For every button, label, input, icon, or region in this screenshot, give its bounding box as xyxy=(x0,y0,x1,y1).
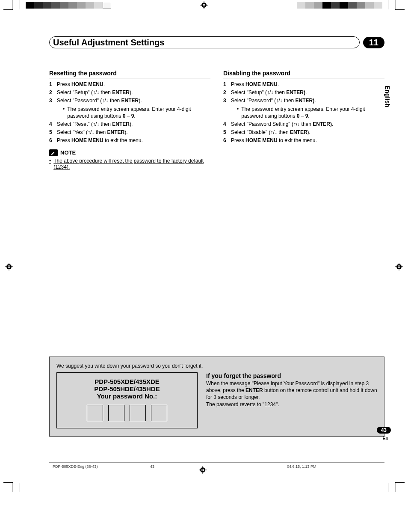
password-digit-box xyxy=(151,405,167,421)
page-number-badge: 43 xyxy=(377,427,391,434)
password-digit-box xyxy=(108,405,124,421)
step-number: 1 xyxy=(49,81,57,88)
step-item: 6Press HOME MENU to exit the menu. xyxy=(49,137,210,144)
step-item: 4Select "Password Setting" (↑/↓ then ENT… xyxy=(223,121,384,128)
forgot-text-1: When the message "Please Input Your Pass… xyxy=(206,380,377,401)
step-number: 4 xyxy=(223,121,231,128)
step-number: 2 xyxy=(49,89,57,96)
password-digit-box xyxy=(130,405,146,421)
forgot-heading: If you forget the password xyxy=(206,372,377,379)
footer-doc-id: PDP-505XDE-Eng (38-43) xyxy=(49,464,150,469)
note-label: NOTE xyxy=(60,149,76,156)
note-header: NOTE xyxy=(49,149,210,156)
step-item: 4Select "Reset" (↑/↓ then ENTER). xyxy=(49,121,210,128)
step-number: 5 xyxy=(223,129,231,136)
step-item: 1Press HOME MENU. xyxy=(49,81,210,88)
step-number: 2 xyxy=(223,89,231,96)
section-heading-reset: Resetting the password xyxy=(49,70,210,78)
footer-line: PDP-505XDE-Eng (38-43) 43 04.6.15, 1:13 … xyxy=(49,462,384,469)
chapter-number-badge: 11 xyxy=(363,37,384,48)
step-item: 3Select "Password" (↑/↓ then ENTER). xyxy=(49,97,210,104)
page-lang-sub: En xyxy=(383,436,388,441)
registration-mark-bottom xyxy=(199,466,207,474)
registration-mark-top xyxy=(200,1,208,9)
step-item: 2Select "Setup" (↑/↓ then ENTER). xyxy=(223,89,384,96)
right-column: Disabling the password 1Press HOME MENU.… xyxy=(223,70,384,352)
model-line-2: PDP-505HDE/435HDE xyxy=(63,385,191,392)
step-text: Select "Password" (↑/↓ then ENTER). xyxy=(231,97,384,104)
password-memo-box: We suggest you write down your password … xyxy=(49,357,384,437)
color-bar-left xyxy=(26,2,111,9)
step-item: 1Press HOME MENU. xyxy=(223,81,384,88)
step-number: 1 xyxy=(223,81,231,88)
step-text: Select "Setup" (↑/↓ then ENTER). xyxy=(231,89,384,96)
step-text: Select "Disable" (↑/↓ then ENTER). xyxy=(231,129,384,136)
step-number: 4 xyxy=(49,121,57,128)
step-item: 5Select "Yes" (↑/↓ then ENTER). xyxy=(49,129,210,136)
step-sub-bullet: The password entry screen appears. Enter… xyxy=(237,106,384,119)
section-heading-disable: Disabling the password xyxy=(223,70,384,78)
chapter-title: Useful Adjustment Settings xyxy=(53,38,164,48)
step-item: 5Select "Disable" (↑/↓ then ENTER). xyxy=(223,129,384,136)
step-number: 3 xyxy=(49,97,57,104)
steps-disable: 1Press HOME MENU.2Select "Setup" (↑/↓ th… xyxy=(223,81,384,144)
step-text: Press HOME MENU. xyxy=(57,81,210,88)
color-bar-right xyxy=(297,2,382,9)
footer-timestamp: 04.6.15, 1:13 PM xyxy=(248,464,384,469)
print-marks-top xyxy=(0,0,408,11)
step-item: 6Press HOME MENU to exit the menu. xyxy=(223,137,384,144)
step-text: Select "Password Setting" (↑/↓ then ENTE… xyxy=(231,121,384,128)
password-digit-box xyxy=(87,405,103,421)
password-card: PDP-505XDE/435XDE PDP-505HDE/435HDE Your… xyxy=(56,372,198,428)
step-number: 6 xyxy=(49,137,57,144)
step-text: Select "Reset" (↑/↓ then ENTER). xyxy=(57,121,210,128)
step-item: 3Select "Password" (↑/↓ then ENTER). xyxy=(223,97,384,104)
step-text: Press HOME MENU to exit the menu. xyxy=(231,137,384,144)
model-line-1: PDP-505XDE/435XDE xyxy=(63,378,191,385)
step-text: Press HOME MENU. xyxy=(231,81,384,88)
step-text: Press HOME MENU to exit the menu. xyxy=(57,137,210,144)
forgot-text-2: The password reverts to "1234". xyxy=(206,401,377,408)
step-number: 6 xyxy=(223,137,231,144)
steps-reset: 1Press HOME MENU.2Select "Setup" (↑/↓ th… xyxy=(49,81,210,144)
print-marks-bottom xyxy=(0,481,408,492)
step-item: 2Select "Setup" (↑/↓ then ENTER). xyxy=(49,89,210,96)
step-text: Select "Password" (↑/↓ then ENTER). xyxy=(57,97,210,104)
step-number: 3 xyxy=(223,97,231,104)
step-text: Select "Yes" (↑/↓ then ENTER). xyxy=(57,129,210,136)
forgot-block: If you forget the password When the mess… xyxy=(206,372,377,428)
suggest-text: We suggest you write down your password … xyxy=(56,363,377,369)
note-text: The above procedure will reset the passw… xyxy=(49,158,210,170)
language-tab: English xyxy=(384,86,391,107)
page-content: Useful Adjustment Settings 11 English Re… xyxy=(0,11,408,481)
step-text: Select "Setup" (↑/↓ then ENTER). xyxy=(57,89,210,96)
step-number: 5 xyxy=(49,129,57,136)
password-label: Your password No.: xyxy=(63,392,191,400)
chapter-header: Useful Adjustment Settings 11 xyxy=(49,36,384,48)
step-sub-bullet: The password entry screen appears. Enter… xyxy=(63,106,210,119)
pencil-icon xyxy=(49,149,58,156)
left-column: Resetting the password 1Press HOME MENU.… xyxy=(49,70,210,352)
